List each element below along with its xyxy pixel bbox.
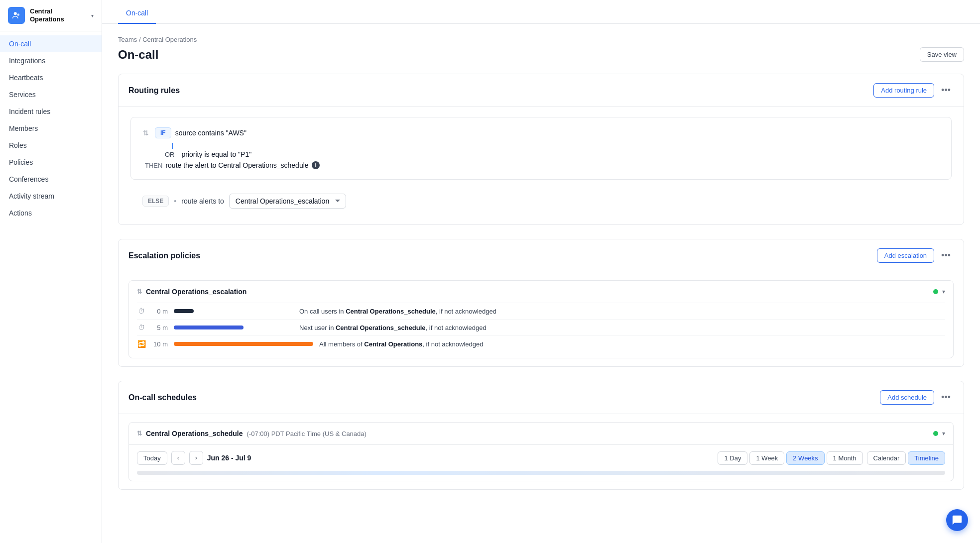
escalation-step-1: ⏱ 0 m On call users in Central Operation… [137, 303, 945, 319]
view-2weeks-button[interactable]: 2 Weeks [786, 451, 824, 465]
tab-on-call[interactable]: On-call [118, 3, 156, 24]
rule-condition-2: priority is equal to "P1" [182, 150, 252, 158]
else-badge: ELSE [142, 196, 169, 207]
routing-rules-section: Routing rules Add routing rule ••• ⇅ IF … [118, 74, 964, 225]
sidebar-item-actions[interactable]: Actions [0, 205, 102, 221]
routing-rules-actions: Add routing rule ••• [873, 83, 954, 98]
calendar-prev-button[interactable]: ‹ [171, 451, 185, 465]
today-button[interactable]: Today [137, 451, 167, 465]
schedule-collapse-icon[interactable]: ▾ [942, 430, 945, 437]
step-2-time: 5 m [152, 324, 168, 331]
add-escalation-button[interactable]: Add escalation [877, 248, 934, 263]
step-2-desc: Next user in Central Operations_schedule… [299, 324, 945, 331]
else-route-dropdown[interactable]: Central Operations_escalation [229, 194, 346, 209]
routing-rules-header: Routing rules Add routing rule ••• [119, 74, 964, 107]
sidebar-item-services[interactable]: Services [0, 86, 102, 103]
escalation-step-2: ⏱ 5 m Next user in Central Operations_sc… [137, 319, 945, 335]
sidebar-item-conferences[interactable]: Conferences [0, 171, 102, 188]
then-value: route the alert to Central Operations_sc… [165, 161, 308, 169]
step-1-bar [174, 309, 194, 313]
view-1month-button[interactable]: 1 Month [827, 451, 863, 465]
schedule-status-row: ▾ [933, 430, 945, 437]
sidebar-item-heartbeats[interactable]: Heartbeats [0, 69, 102, 86]
schedules-header: On-call schedules Add schedule ••• [119, 381, 964, 414]
add-routing-rule-button[interactable]: Add routing rule [873, 83, 934, 98]
escalation-status-dot [933, 289, 938, 294]
escalation-status-row: ▾ [933, 288, 945, 295]
schedules-actions: Add schedule ••• [880, 390, 954, 405]
step-2-bar [174, 326, 244, 329]
schedule-item: ⇅ Central Operations_schedule (-07:00) P… [128, 422, 954, 481]
sidebar-item-integrations[interactable]: Integrations [0, 52, 102, 69]
org-chevron-icon: ▾ [91, 13, 94, 18]
schedules-body: ⇅ Central Operations_schedule (-07:00) P… [119, 414, 964, 489]
else-row: ELSE • route alerts to Central Operation… [130, 188, 952, 215]
or-label: OR [165, 151, 175, 158]
calendar-next-button[interactable]: › [189, 451, 203, 465]
oncall-schedules-section: On-call schedules Add schedule ••• ⇅ Cen… [118, 381, 964, 490]
calendar-nav: Today ‹ › Jun 26 - Jul 9 [137, 451, 251, 465]
routing-rules-title: Routing rules [128, 86, 180, 95]
step-1-bar-wrap [174, 309, 293, 313]
escalation-body: ⇅ Central Operations_escalation ▾ ⏱ 0 m [119, 272, 964, 366]
rule-or-row: OR priority is equal to "P1" [143, 150, 939, 158]
step-3-time: 10 m [152, 340, 168, 348]
escalation-policies-actions: Add escalation ••• [877, 248, 954, 263]
step-3-bar [174, 342, 313, 346]
sidebar-item-activity-stream[interactable]: Activity stream [0, 188, 102, 205]
escalation-drag-icon: ⇅ [137, 288, 142, 295]
escalation-item: ⇅ Central Operations_escalation ▾ ⏱ 0 m [128, 280, 954, 358]
step-3-desc: All members of Central Operations, if no… [319, 340, 945, 348]
sidebar: Central Operations ▾ On-call Integration… [0, 0, 102, 543]
sidebar-item-policies[interactable]: Policies [0, 154, 102, 171]
view-1day-button[interactable]: 1 Day [718, 451, 747, 465]
step-1-desc: On call users in Central Operations_sche… [299, 308, 945, 315]
escalation-policies-section: Escalation policies Add escalation ••• ⇅… [118, 239, 964, 367]
calendar-toolbar: Today ‹ › Jun 26 - Jul 9 1 Day 1 Week 2 … [129, 444, 953, 471]
schedule-status-dot [933, 431, 938, 436]
org-logo [8, 7, 25, 24]
view-1week-button[interactable]: 1 Week [749, 451, 784, 465]
org-header[interactable]: Central Operations ▾ [0, 0, 102, 31]
calendar-display-buttons: Calendar Timeline [867, 451, 945, 465]
routing-rules-body: ⇅ IF source contains "AWS" OR priority i… [119, 107, 964, 224]
schedule-drag-icon: ⇅ [137, 430, 142, 437]
info-icon[interactable]: i [312, 161, 320, 169]
calendar-strip [137, 471, 945, 475]
timeline-view-button[interactable]: Timeline [908, 451, 945, 465]
escalation-steps: ⏱ 0 m On call users in Central Operation… [129, 303, 953, 358]
page-title: On-call [118, 48, 158, 62]
content-area: Teams / Central Operations On-call Save … [102, 24, 980, 516]
else-dot-separator: • [174, 197, 176, 205]
save-view-button[interactable]: Save view [920, 47, 964, 62]
page-title-row: On-call Save view [118, 47, 964, 62]
sidebar-nav: On-call Integrations Heartbeats Services… [0, 31, 102, 543]
step-3-repeat-icon: 🔁 [137, 340, 146, 348]
routing-rules-more-button[interactable]: ••• [938, 84, 954, 97]
calendar-view-button[interactable]: Calendar [867, 451, 906, 465]
sidebar-item-roles[interactable]: Roles [0, 137, 102, 154]
escalation-step-3: 🔁 10 m All members of Central Operations… [137, 335, 945, 352]
breadcrumb-teams[interactable]: Teams [118, 36, 137, 43]
add-schedule-button[interactable]: Add schedule [880, 390, 934, 405]
escalation-collapse-icon[interactable]: ▾ [942, 288, 945, 295]
step-3-bar-wrap [174, 342, 313, 346]
schedule-name-row: ⇅ Central Operations_schedule (-07:00) P… [137, 430, 367, 437]
escalation-item-header: ⇅ Central Operations_escalation ▾ [129, 281, 953, 303]
step-2-bar-wrap [174, 326, 293, 329]
main-content: On-call Teams / Central Operations On-ca… [102, 0, 980, 543]
chat-bubble-button[interactable] [946, 509, 968, 531]
schedule-timezone: (-07:00) PDT Pacific Time (US & Canada) [247, 430, 367, 437]
schedules-title: On-call schedules [128, 393, 197, 402]
sidebar-item-on-call[interactable]: On-call [0, 35, 102, 52]
escalation-more-button[interactable]: ••• [938, 249, 954, 262]
sidebar-item-incident-rules[interactable]: Incident rules [0, 103, 102, 120]
rule-then-row: THEN route the alert to Central Operatio… [143, 161, 939, 169]
svg-point-0 [14, 12, 17, 15]
rule-condition-1: source contains "AWS" [175, 129, 246, 137]
sidebar-item-members[interactable]: Members [0, 120, 102, 137]
breadcrumb-current: Central Operations [142, 36, 197, 43]
escalation-name: Central Operations_escalation [146, 288, 246, 296]
schedule-name: Central Operations_schedule [146, 430, 243, 437]
schedules-more-button[interactable]: ••• [938, 391, 954, 404]
